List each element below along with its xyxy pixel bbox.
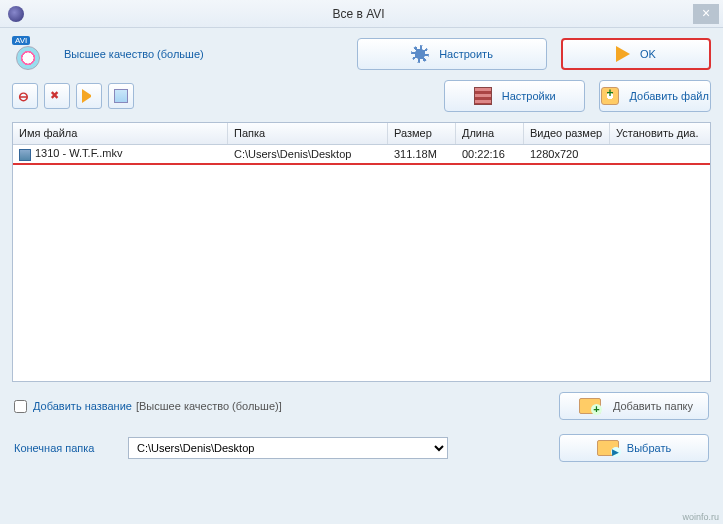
table-header: Имя файла Папка Размер Длина Видео разме… — [13, 123, 710, 145]
configure-label: Настроить — [439, 48, 493, 60]
window-title: Все в AVI — [24, 7, 693, 21]
configure-button[interactable]: Настроить — [357, 38, 547, 70]
folder-open-icon — [597, 440, 619, 456]
mini-toolbar: ⊖ ✖ — [12, 83, 134, 109]
add-title-checkbox[interactable] — [14, 400, 27, 413]
add-file-label: Добавить файл — [629, 90, 708, 102]
add-title-label[interactable]: Добавить название — [33, 400, 132, 412]
preview-icon — [82, 89, 96, 103]
settings-label: Настройки — [502, 90, 556, 102]
table-row[interactable]: 1310 - W.T.F..mkv C:\Users\Denis\Desktop… — [13, 145, 710, 165]
watermark: woinfo.ru — [682, 512, 719, 522]
cell-vsize: 1280x720 — [524, 146, 610, 162]
cell-size: 311.18M — [388, 146, 456, 162]
folder-add-icon — [579, 398, 601, 414]
clear-button[interactable]: ✖ — [44, 83, 70, 109]
col-dia[interactable]: Установить диа. — [610, 123, 710, 144]
add-icon — [601, 87, 619, 105]
cell-dia — [610, 152, 710, 156]
info-icon — [114, 89, 128, 103]
remove-icon: ⊖ — [18, 89, 32, 103]
settings-button[interactable]: Настройки — [444, 80, 585, 112]
app-icon — [8, 6, 24, 22]
choose-button[interactable]: Выбрать — [559, 434, 709, 462]
dest-path-select[interactable]: C:\Users\Denis\Desktop — [128, 437, 448, 459]
cell-filename: 1310 - W.T.F..mkv — [13, 145, 228, 162]
dest-label: Конечная папка — [14, 442, 114, 454]
file-icon — [19, 149, 31, 161]
info-button[interactable] — [108, 83, 134, 109]
col-filename[interactable]: Имя файла — [13, 123, 228, 144]
col-size[interactable]: Размер — [388, 123, 456, 144]
choose-label: Выбрать — [627, 442, 671, 454]
add-file-button[interactable]: Добавить файл — [599, 80, 711, 112]
format-icon: AVI — [12, 38, 44, 70]
cell-length: 00:22:16 — [456, 146, 524, 162]
clear-icon: ✖ — [50, 89, 64, 103]
gear-icon — [411, 45, 429, 63]
ok-button[interactable]: OK — [561, 38, 711, 70]
file-table: Имя файла Папка Размер Длина Видео разме… — [12, 122, 711, 382]
close-button[interactable]: × — [693, 4, 719, 24]
add-title-suffix: [Высшее качество (больше)] — [136, 400, 282, 412]
col-folder[interactable]: Папка — [228, 123, 388, 144]
quality-label: Высшее качество (больше) — [64, 48, 204, 60]
add-folder-button[interactable]: Добавить папку — [559, 392, 709, 420]
remove-button[interactable]: ⊖ — [12, 83, 38, 109]
col-vsize[interactable]: Видео размер — [524, 123, 610, 144]
add-folder-label: Добавить папку — [613, 400, 693, 412]
film-icon — [474, 87, 492, 105]
col-length[interactable]: Длина — [456, 123, 524, 144]
ok-label: OK — [640, 48, 656, 60]
cell-folder: C:\Users\Denis\Desktop — [228, 146, 388, 162]
play-icon — [616, 46, 630, 62]
preview-button[interactable] — [76, 83, 102, 109]
